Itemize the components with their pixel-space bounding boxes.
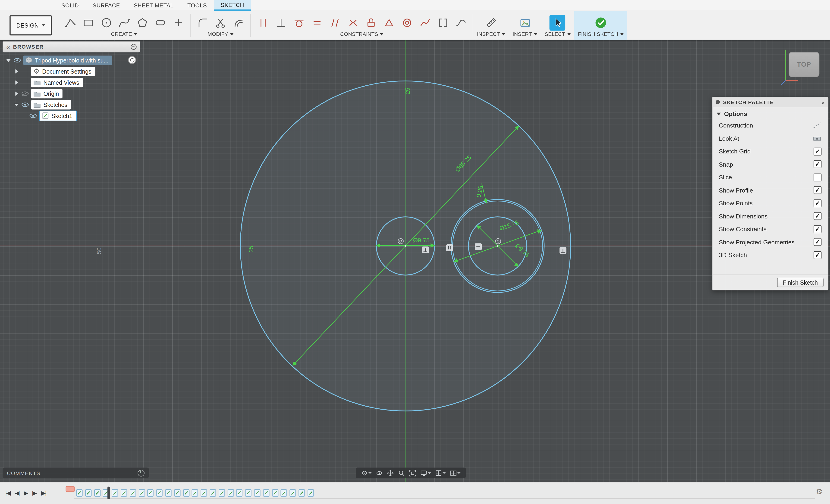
dimension-label-25-left[interactable]: 25 [248, 246, 255, 253]
create-menu[interactable]: CREATE [111, 31, 137, 38]
modify-menu[interactable]: MODIFY [208, 31, 233, 38]
disclosure-open-icon[interactable] [14, 102, 19, 107]
add-comment-icon[interactable] [137, 470, 145, 476]
timeline-feature-2[interactable] [85, 489, 92, 497]
timeline-feature-12[interactable] [174, 489, 181, 497]
browser-item-sketches[interactable]: Sketches [3, 99, 140, 110]
tab-sheet-metal[interactable]: SHEET METAL [127, 0, 181, 11]
select-tool-button[interactable] [549, 14, 566, 31]
show-profile-checkbox[interactable] [813, 186, 822, 194]
sketch-grid-checkbox[interactable] [813, 147, 822, 155]
3d-sketch-checkbox[interactable] [813, 251, 822, 259]
constraints-menu[interactable]: CONSTRAINTS [340, 31, 383, 38]
select-menu[interactable]: SELECT [545, 31, 571, 38]
show-constraints-checkbox[interactable] [813, 225, 822, 233]
comments-bar[interactable]: COMMENTS [3, 468, 149, 478]
timeline-feature-18[interactable] [227, 489, 234, 497]
line-tool-button[interactable] [62, 14, 78, 31]
collapse-palette-icon[interactable] [821, 97, 825, 107]
timeline-feature-23[interactable] [272, 489, 278, 497]
look-at-icon[interactable] [812, 135, 822, 142]
tangent-constraint-button[interactable] [291, 14, 307, 31]
midpoint-constraint-button[interactable] [381, 14, 397, 31]
viewports-icon[interactable] [449, 469, 461, 477]
tab-surface[interactable]: SURFACE [86, 0, 127, 11]
equal-constraint-button[interactable] [309, 14, 325, 31]
fit-icon[interactable] [408, 469, 417, 477]
timeline-feature-26[interactable] [298, 489, 305, 497]
finish-sketch-button[interactable]: Finish Sketch [777, 278, 824, 287]
origin-point[interactable] [405, 245, 407, 247]
options-section-header[interactable]: Options [712, 107, 828, 119]
disclosure-open-icon[interactable] [6, 57, 11, 63]
rectangle-tool-button[interactable] [80, 14, 96, 31]
parallel-constraint-button[interactable] [326, 14, 343, 31]
activate-component-radio[interactable] [128, 56, 136, 64]
timeline-feature-17[interactable] [219, 489, 225, 497]
timeline-feature-14[interactable] [192, 489, 198, 497]
measure-tool-button[interactable] [483, 14, 499, 31]
timeline-feature-16[interactable] [210, 489, 216, 497]
timeline-feature-1[interactable] [76, 489, 83, 497]
look-at-icon[interactable] [375, 469, 384, 477]
browser-item-document-settings[interactable]: Document Settings [3, 66, 140, 77]
visibility-eye-off-icon[interactable] [21, 90, 30, 97]
disclosure-closed-icon[interactable] [14, 68, 19, 74]
slot-tool-button[interactable] [152, 14, 168, 31]
collinear-constraint-button[interactable] [435, 14, 451, 31]
timeline-feature-9[interactable] [147, 489, 154, 497]
perpendicular-constraint-button[interactable] [273, 14, 289, 31]
slice-checkbox[interactable] [813, 173, 822, 181]
browser-item-sketch1[interactable]: Sketch1 [3, 110, 140, 121]
timeline-feature-21[interactable] [254, 489, 260, 497]
go-to-end-button[interactable]: ▶| [41, 490, 46, 497]
zoom-icon[interactable] [397, 469, 406, 477]
timeline-feature-5[interactable] [112, 489, 118, 497]
trim-tool-button[interactable] [212, 14, 229, 31]
insert-menu[interactable]: INSERT [512, 31, 537, 38]
browser-item-tripod-hyperboloid-with-su[interactable]: Tripod Hyperboloid with su... [3, 55, 140, 66]
browser-display-options-icon[interactable] [131, 44, 137, 50]
timeline-feature-24[interactable] [281, 489, 287, 497]
browser-item-chip[interactable]: Sketches [31, 100, 71, 109]
visibility-eye-icon[interactable] [21, 101, 30, 108]
timeline-feature-6[interactable] [121, 489, 127, 497]
timeline-playhead[interactable] [107, 486, 110, 499]
timeline-feature-11[interactable] [165, 489, 171, 497]
timeline-feature-25[interactable] [290, 489, 296, 497]
grid-settings-icon[interactable] [434, 469, 447, 477]
polygon-tool-button[interactable] [134, 14, 150, 31]
visibility-eye-icon[interactable] [13, 57, 22, 63]
go-to-start-button[interactable]: |◀ [5, 490, 10, 497]
smooth-constraint-button[interactable] [452, 14, 469, 31]
disclosure-closed-icon[interactable] [14, 79, 19, 85]
concentric-constraint-button[interactable] [398, 14, 415, 31]
finish-sketch-check-button[interactable] [593, 14, 609, 31]
show-dimensions-checkbox[interactable] [813, 212, 822, 220]
snap-checkbox[interactable] [813, 160, 822, 168]
inspect-menu[interactable]: INSPECT [477, 31, 505, 38]
timeline-feature-15[interactable] [201, 489, 207, 497]
show-points-checkbox[interactable] [813, 199, 822, 207]
construction-icon[interactable] [812, 122, 822, 129]
tab-sketch[interactable]: SKETCH [214, 0, 251, 11]
orbit-icon[interactable] [360, 469, 373, 477]
workspace-switcher-button[interactable]: DESIGN [9, 15, 52, 35]
symmetry-constraint-button[interactable] [345, 14, 361, 31]
dimension-label-center-circle[interactable]: Ø9.75 [413, 237, 430, 244]
browser-item-chip[interactable]: Document Settings [31, 66, 95, 76]
right-circle-center-point[interactable] [497, 245, 499, 247]
offset-tool-button[interactable] [230, 14, 247, 31]
fix-constraint-button[interactable] [363, 14, 379, 31]
timeline-feature-3[interactable] [94, 489, 100, 497]
collapse-browser-icon[interactable] [6, 44, 10, 50]
browser-item-origin[interactable]: Origin [3, 88, 140, 99]
display-settings-icon[interactable] [419, 469, 432, 477]
tab-tools[interactable]: TOOLS [181, 0, 214, 11]
tab-solid[interactable]: SOLID [55, 0, 86, 11]
disclosure-closed-icon[interactable] [14, 91, 19, 96]
fillet-tool-button[interactable] [194, 14, 211, 31]
timeline-feature-8[interactable] [138, 489, 145, 497]
timeline-feature-20[interactable] [245, 489, 252, 497]
timeline-feature-13[interactable] [183, 489, 189, 497]
